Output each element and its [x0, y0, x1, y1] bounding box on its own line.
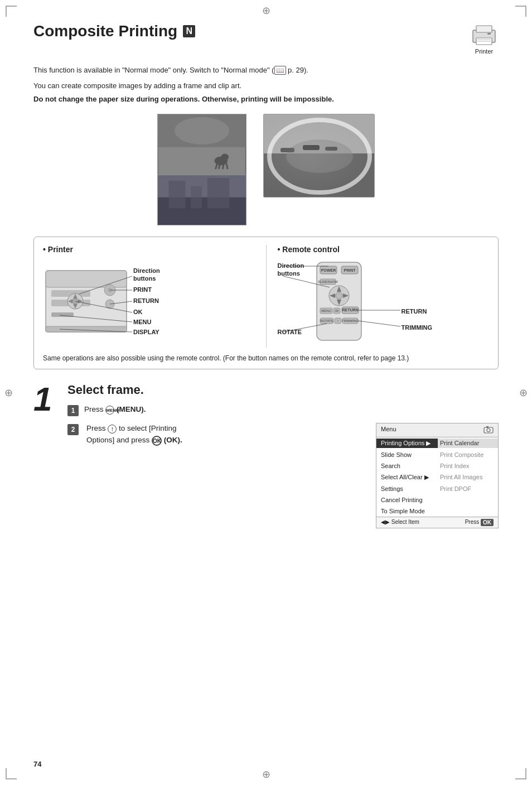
substep-1-2: 2 Press ↑ to select [Printing Options] a… [67, 423, 499, 528]
corner-mark-bl [6, 768, 17, 779]
menu-footer: ◀▶ Select Item Press OK [376, 517, 498, 528]
svg-rect-25 [303, 145, 320, 150]
svg-rect-17 [169, 181, 186, 208]
substep-1-2-row: Press ↑ to select [Printing Options] and… [86, 423, 499, 528]
intro-line3: Do not change the paper size during oper… [33, 94, 499, 105]
ok-badge: OK [481, 519, 494, 526]
menu-row-2: Search Print Index [376, 460, 498, 471]
top-photo [158, 114, 246, 175]
menu-row-3-left: Select All/Clear ▶ [376, 473, 438, 482]
svg-point-10 [221, 154, 229, 161]
menu-row-3-right: Print All Images [438, 473, 498, 482]
label-return-remote: RETURN [402, 308, 427, 315]
menu-header-right [483, 426, 494, 435]
substep-1-2-content: Press ↑ to select [Printing Options] and… [86, 423, 499, 528]
label-direction-buttons-printer: Directionbuttons [133, 267, 160, 282]
mode-badge: N [183, 25, 195, 37]
remote-diagram-container: POWER PRINT SLIDESHOW RETUR [278, 259, 423, 346]
svg-rect-20 [264, 114, 375, 198]
menu-button-icon: MENU [105, 406, 114, 415]
menu-row-1-left: Slide Show [376, 450, 438, 459]
reg-mark-left: ⊕ [4, 387, 13, 399]
svg-text:MENU: MENU [321, 309, 331, 312]
menu-row-0-right: Print Calendar [438, 439, 498, 448]
printer-section-label: • Printer [43, 245, 255, 254]
page-number: 74 [33, 760, 41, 768]
menu-row-2-right: Print Index [438, 461, 498, 470]
menu-row-4-left: Settings [376, 484, 438, 493]
instruction-note: Same operations are also possible using … [43, 353, 489, 363]
menu-row-5: Cancel Printing [376, 494, 498, 505]
substep-1-1: 1 Press MENU (MENU). [67, 404, 499, 416]
menu-footer-right: Press OK [465, 519, 494, 526]
svg-rect-21 [264, 114, 375, 153]
bottom-photo [158, 175, 246, 225]
step-1-title: Select frame. [67, 383, 499, 397]
svg-text:SLIDESHOW: SLIDESHOW [317, 280, 337, 283]
page-title-row: Composite Printing N Printer [33, 22, 499, 55]
printer-section: • Printer [43, 245, 267, 348]
svg-rect-29 [46, 271, 127, 287]
intro-line1: This function is available in "Normal mo… [33, 65, 499, 76]
svg-rect-18 [191, 186, 202, 209]
label-return-printer: RETURN [133, 297, 159, 304]
step-1-content: Select frame. 1 Press MENU (MENU). 2 Pre… [67, 383, 499, 528]
page-title: Composite Printing N [33, 22, 195, 40]
printer-diagram-container: Directionbuttons PRINT RETURN OK MENU DI… [43, 259, 199, 348]
svg-rect-22 [264, 153, 375, 198]
label-menu-printer: MENU [133, 319, 151, 325]
svg-rect-5 [477, 41, 491, 42]
bottom-photo-svg [158, 175, 246, 225]
menu-row-3: Select All/Clear ▶ Print All Images [376, 471, 498, 483]
svg-point-80 [487, 428, 490, 432]
substep-1-2-text: Press ↑ to select [Printing Options] and… [86, 423, 367, 446]
svg-line-78 [358, 321, 400, 326]
ok-button-icon: OK [152, 436, 162, 446]
printer-icon [470, 22, 499, 47]
label-trimming-remote: TRIMMING [402, 324, 433, 331]
menu-row-6: To Simple Mode [376, 505, 498, 517]
menu-row-4: Settings Print DPOF [376, 483, 498, 494]
menu-row-4-right: Print DPOF [438, 484, 498, 493]
menu-row-6-right [438, 507, 498, 516]
label-print-printer: PRINT [133, 286, 152, 293]
menu-row-6-left: To Simple Mode [376, 507, 438, 516]
menu-row-0-left: Printing Options ▶ [376, 439, 438, 448]
substep-1-1-text: Press MENU (MENU). [84, 404, 146, 416]
svg-rect-26 [325, 147, 337, 151]
menu-row-5-right [438, 495, 498, 504]
svg-line-12 [219, 164, 220, 170]
svg-rect-81 [486, 426, 489, 428]
step-1: 1 Select frame. 1 Press MENU (MENU). 2 P… [33, 383, 499, 528]
step-1-number: 1 [33, 383, 59, 416]
remote-section-label: • Remote control [278, 245, 490, 254]
label-ok-printer: OK [133, 309, 143, 315]
menu-row-2-left: Search [376, 461, 438, 470]
menu-screenshot: Menu Printing Optio [376, 423, 499, 528]
svg-point-27 [269, 120, 370, 192]
label-display-printer: DISPLAY [133, 329, 159, 335]
printer-label: Printer [475, 48, 493, 55]
printer-diagram-svg [43, 259, 199, 346]
instruction-box: • Printer [33, 237, 499, 369]
reg-mark-bottom: ⊕ [262, 768, 270, 781]
svg-text:RETURN: RETURN [342, 308, 358, 312]
printer-icon-box: Printer [470, 22, 499, 55]
composite-image-right [263, 114, 375, 198]
remote-section: • Remote control POWER PRINT [267, 245, 490, 348]
svg-rect-19 [207, 178, 230, 208]
menu-row-1-right: Print Composite [438, 450, 498, 459]
top-photo-svg [158, 114, 246, 175]
menu-footer-left: ◀▶ Select Item [381, 519, 419, 526]
intro-line2: You can create composite images by addin… [33, 80, 499, 91]
menu-header: Menu [376, 423, 498, 437]
label-direction-buttons-remote: Directionbuttons [278, 262, 311, 277]
svg-point-59 [336, 292, 342, 299]
reg-mark-top: ⊕ [262, 4, 270, 17]
menu-row-5-left: Cancel Printing [376, 495, 438, 504]
svg-rect-4 [477, 39, 491, 40]
corner-mark-tr [515, 6, 526, 17]
svg-rect-1 [476, 26, 492, 32]
svg-text:PRINT: PRINT [344, 268, 356, 272]
arrow-up-icon: ↑ [108, 425, 117, 434]
